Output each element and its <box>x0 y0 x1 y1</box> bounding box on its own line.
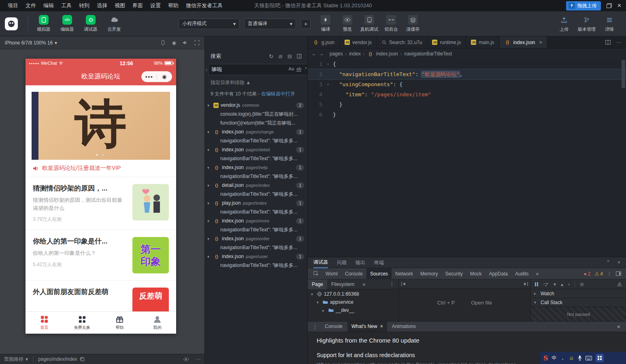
devtools-tab-sources[interactable]: Sources <box>366 268 392 279</box>
nav-back-icon[interactable]: ← <box>312 51 317 57</box>
inspect-element-icon[interactable] <box>310 271 322 276</box>
devtools-tab-security[interactable]: Security <box>441 268 466 279</box>
drawer-tab-animations[interactable]: Animations <box>388 322 420 332</box>
devtools-tab-memory[interactable]: Memory <box>417 268 441 279</box>
show-debugger-icon[interactable] <box>523 282 528 286</box>
navigator-tab-filesystem[interactable]: Filesystem <box>327 279 358 289</box>
search-result-file[interactable]: ▾ {} index.json pages\help 1 <box>205 163 307 172</box>
close-drawer-icon[interactable]: × <box>617 324 624 330</box>
search-match[interactable]: console.log(e),{title:"我正在哆啦封... <box>205 110 307 119</box>
cloud-dev-button[interactable]: 云开发 <box>102 15 126 32</box>
tree-item-appservice[interactable]: ▾ appservice <box>308 298 398 306</box>
devtools-tab-wxml[interactable]: Wxml <box>322 268 341 279</box>
step-over-icon[interactable] <box>543 282 549 286</box>
deactivate-breakpoints-icon[interactable]: ⊘ <box>580 281 584 287</box>
compile-select[interactable]: 普通编译 ▾ <box>244 19 296 29</box>
tab-free-exchange[interactable]: 免费兑换 <box>63 312 101 334</box>
watch-section[interactable]: ▸ Watch <box>531 289 626 298</box>
navigator-menu-icon[interactable]: ⋮ <box>385 279 398 289</box>
search-match[interactable]: navigationBarTitleText": "哆啦多多... <box>205 261 307 270</box>
code-editor[interactable]: 1 ▾ { 2 "navigationBarTitleText": "欧皇源码论… <box>308 59 626 257</box>
devtools-tab-mock[interactable]: Mock <box>466 268 485 279</box>
search-match[interactable]: navigationBarTitleText": "哆啦多多... <box>205 207 307 216</box>
regex-icon[interactable]: .* <box>304 66 307 72</box>
clear-cache-button[interactable]: 清缓存 <box>404 15 422 32</box>
search-match[interactable]: function(){return{title:"我正在哆啦... <box>205 119 307 127</box>
drawer-tab-console[interactable]: Console <box>321 322 347 332</box>
devtools-menu-icon[interactable]: ⋮ <box>607 271 612 277</box>
menu-devtools[interactable]: 微信开发者工具 <box>182 0 226 11</box>
nav-forward-icon[interactable]: → <box>319 51 324 57</box>
background-switch-button[interactable]: 切后台 <box>382 15 400 32</box>
drawer-menu-icon[interactable]: ⋮ <box>310 324 320 330</box>
collapse-all-icon[interactable]: ⊟ <box>287 53 292 59</box>
editor-scrollbar[interactable] <box>622 60 625 88</box>
mode-select[interactable]: 小程序模式 ▾ <box>179 19 239 29</box>
breadcrumb-item[interactable]: pages <box>330 51 343 57</box>
version-control-button[interactable]: 版本管理 <box>577 15 596 32</box>
details-button[interactable]: 详情 <box>600 15 619 32</box>
rotate-device-icon[interactable] <box>160 40 166 45</box>
match-case-icon[interactable]: Aa <box>289 66 294 72</box>
search-match[interactable]: navigationBarTitleText": "哆啦多多... <box>205 154 307 163</box>
editor-tab[interactable]: JS main.js <box>466 36 499 48</box>
dir-filter-toggle[interactable]: 指定目录和排除 ▲ <box>205 75 307 86</box>
search-result-file[interactable]: ▾ {} index.json pages\order 1 <box>205 234 307 243</box>
more-menu-icon[interactable]: ●●● <box>142 75 157 79</box>
search-match[interactable]: navigationBarTitleText": "哆啦多多... <box>205 243 307 252</box>
menu-select[interactable]: 选择 <box>93 0 111 11</box>
step-into-icon[interactable]: ▾ <box>554 281 556 287</box>
error-count-badge[interactable]: ●2 <box>584 271 591 277</box>
editor-tab-search[interactable]: Search: 32.u7u <box>377 36 427 48</box>
tab-output[interactable]: 输出 <box>356 259 365 266</box>
search-result-file[interactable]: ▾ {} index.json pages\more 1 <box>205 216 307 225</box>
drag-upload-button[interactable]: 拖拽上传 <box>566 1 601 11</box>
breadcrumb-item[interactable]: index.json <box>376 51 398 57</box>
ime-language-toggle[interactable]: 中 <box>552 355 557 362</box>
warning-count-badge[interactable]: ⚠4 <box>595 271 603 277</box>
menu-project[interactable]: 项目 <box>4 0 22 11</box>
open-new-editor-icon[interactable] <box>297 54 302 59</box>
editor-tab[interactable]: JS runtime.js <box>427 36 466 48</box>
editor-tab-active[interactable]: {} index.json × <box>500 36 548 48</box>
refresh-icon[interactable]: ↻ <box>269 53 273 59</box>
debugger-toggle-button[interactable]: 调试器 <box>79 15 102 32</box>
fold-icon[interactable]: ▾ <box>325 79 331 89</box>
screenshot-icon[interactable] <box>194 40 200 45</box>
pause-script-icon[interactable] <box>535 282 538 286</box>
search-result-file[interactable]: ▾ {} index.json pages\detail 1 <box>205 145 307 154</box>
capsule-menu[interactable]: ●●● ◉ <box>141 71 172 82</box>
menu-help[interactable]: 帮助 <box>164 0 182 11</box>
ime-toolbar[interactable]: S 中 ， ☺ <box>540 352 626 364</box>
navigator-tab-page[interactable]: Page <box>308 279 327 289</box>
more-options-icon[interactable]: ⋯ <box>196 356 200 362</box>
visibility-icon[interactable] <box>183 358 189 361</box>
tree-item-origin[interactable]: ▾ 127.0.0.1:65368 <box>308 290 398 298</box>
menu-tools[interactable]: 工具 <box>57 0 75 11</box>
tab-debugger[interactable]: 调试器 <box>313 257 328 268</box>
device-selector[interactable]: iPhone 6/7/8 100% 16 ▾ <box>5 40 57 46</box>
restore-window-button[interactable] <box>607 3 612 8</box>
close-tab-icon[interactable]: × <box>380 322 383 332</box>
tab-terminal[interactable]: 终端 <box>374 259 384 266</box>
search-result-file[interactable]: ▾ JS vendor.js common 2 <box>205 101 307 110</box>
search-match[interactable]: navigationBarTitleText": "哆啦多多... <box>205 172 307 181</box>
open-in-editor-link[interactable]: 在编辑器中打开 <box>261 91 295 97</box>
keyboard-icon[interactable] <box>586 356 592 360</box>
search-match[interactable]: navigationBarTitleText": "哆啦多多... <box>205 136 307 145</box>
phone-screen[interactable]: ●●●●● WeChat 12:56 98% 欧皇源码论坛 ●●● <box>26 59 176 334</box>
tab-problems[interactable]: 问题 <box>337 259 347 266</box>
clear-results-icon[interactable]: ⊘ <box>278 53 283 59</box>
devtools-tab-network[interactable]: Network <box>392 268 417 279</box>
close-panel-icon[interactable]: × <box>617 260 620 265</box>
menu-view[interactable]: 视图 <box>111 0 129 11</box>
close-window-button[interactable]: × <box>617 2 621 9</box>
ime-punctuation-toggle[interactable]: ， <box>560 355 565 362</box>
emoji-icon[interactable]: ☺ <box>569 355 574 361</box>
drawer-tab-whats-new[interactable]: What's New × <box>347 322 387 332</box>
devtools-tab-console[interactable]: Console <box>341 268 366 279</box>
microphone-icon[interactable] <box>578 355 582 361</box>
menu-settings[interactable]: 设置 <box>147 0 164 11</box>
search-result-file[interactable]: ▾ {} play.json pages\index 1 <box>205 199 307 207</box>
close-tab-icon[interactable]: × <box>539 39 543 45</box>
